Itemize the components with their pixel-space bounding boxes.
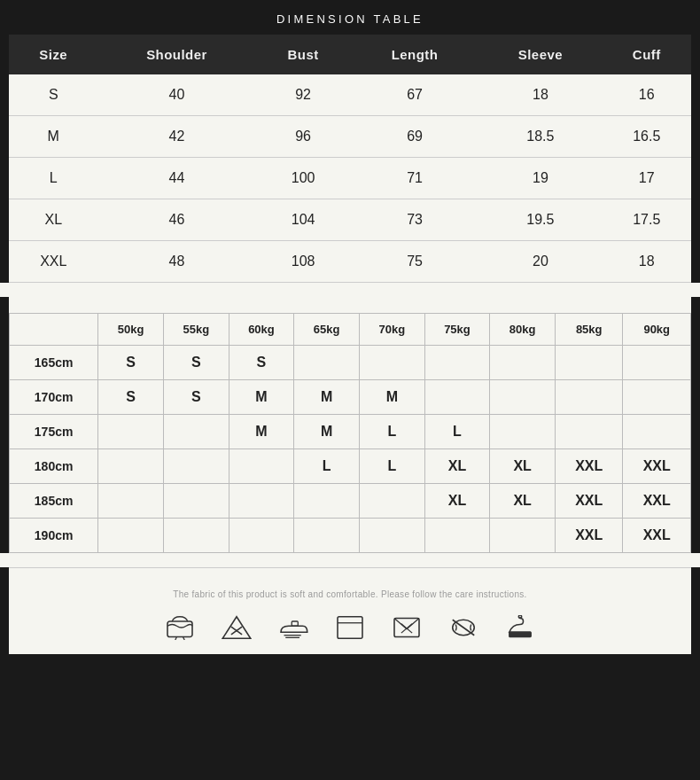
wh-size-cell: XXL [555,519,623,553]
title-text: DIMENSION TABLE [276,12,424,26]
wh-weight-60kg: 60kg [229,314,294,346]
size-table-row: S4092671816 [9,74,691,116]
wh-size-cell [623,346,691,380]
wh-table-row: 190cmXXLXXL [10,519,691,553]
care-icons-row [9,608,691,644]
wh-size-cell: XXL [623,449,691,484]
size-table-row: XL461047319.517.5 [9,199,691,241]
wh-size-cell [229,484,294,519]
col-sleeve: Sleeve [478,35,602,74]
no-wring-icon [447,615,479,640]
cell-cuff: 18 [603,241,691,283]
wash-icon [164,615,196,640]
wh-size-cell: S [98,346,164,380]
wh-size-cell [490,380,556,415]
col-shoulder: Shoulder [98,35,256,74]
wh-size-cell [163,519,229,553]
wh-weight-80kg: 80kg [490,314,556,346]
wh-size-cell [229,519,294,553]
wh-size-cell [294,519,360,553]
wh-size-cell [359,346,424,380]
wh-height-cell: 190cm [10,519,98,553]
wh-size-cell [163,449,229,484]
wh-size-cell [555,346,623,380]
col-cuff: Cuff [603,35,691,74]
wh-table-section: 50kg55kg60kg65kg70kg75kg80kg85kg90kg 165… [9,297,691,553]
wh-size-cell [424,346,490,380]
svg-marker-3 [222,617,251,639]
wh-weight-75kg: 75kg [424,314,490,346]
cell-length: 67 [351,74,478,116]
wh-table-row: 185cmXLXLXXLXXL [10,484,691,519]
wh-size-cell [98,449,164,484]
cell-bust: 92 [255,74,350,116]
svg-rect-9 [338,617,362,639]
wh-weight-65kg: 65kg [294,314,360,346]
wh-table-row: 170cmSSMMM [10,380,691,415]
cell-sleeve: 20 [478,241,602,283]
cell-sleeve: 18.5 [478,116,602,158]
size-table: Size Shoulder Bust Length Sleeve Cuff S4… [9,35,691,283]
wh-size-cell: XL [490,449,556,484]
cell-size: L [9,158,98,199]
wh-size-cell [163,484,229,519]
wh-size-cell: S [163,380,229,415]
wh-table-row: 165cmSSS [10,346,691,380]
wh-size-cell: S [163,346,229,380]
wh-height-cell: 175cm [10,415,98,449]
size-table-row: M42966918.516.5 [9,116,691,158]
wh-height-cell: 185cm [10,484,98,519]
cell-shoulder: 42 [98,116,256,158]
wh-size-cell [229,449,294,484]
wh-size-cell [623,380,691,415]
care-section: The fabric of this product is soft and c… [9,567,691,654]
cell-size: M [9,116,98,158]
wh-weight-85kg: 85kg [555,314,623,346]
size-table-row: L44100711917 [9,158,691,199]
wh-size-cell [98,519,164,553]
wh-height-cell: 165cm [10,346,98,380]
cell-length: 75 [351,241,478,283]
wh-size-cell: L [359,449,424,484]
wh-size-cell [490,415,556,449]
wh-size-cell: L [424,415,490,449]
wh-weight-70kg: 70kg [359,314,424,346]
cell-size: S [9,74,98,116]
wh-size-cell: M [229,380,294,415]
cell-cuff: 16.5 [603,116,691,158]
cell-cuff: 17 [603,158,691,199]
size-table-row: XXL48108752018 [9,241,691,283]
svg-rect-18 [509,632,532,636]
page-title: DIMENSION TABLE [0,0,700,35]
cell-bust: 108 [255,241,350,283]
wh-size-cell [424,380,490,415]
wh-weight-90kg: 90kg [623,314,691,346]
svg-rect-0 [167,621,192,637]
wh-size-cell: M [359,380,424,415]
wh-size-cell: M [229,415,294,449]
wh-size-cell: S [98,380,164,415]
wh-size-cell: L [294,449,360,484]
wh-size-cell [294,484,360,519]
tumble-dry-icon [334,615,366,640]
no-bleach-icon [221,615,253,640]
cell-length: 69 [351,116,478,158]
wh-size-cell: XL [424,484,490,519]
gap [0,283,700,297]
col-bust: Bust [255,35,350,74]
wh-height-cell: 180cm [10,449,98,484]
wh-size-cell [424,519,490,553]
col-length: Length [351,35,478,74]
wh-size-cell: XL [490,484,556,519]
cell-length: 71 [351,158,478,199]
cell-bust: 100 [255,158,350,199]
hang-dry-icon [504,615,536,640]
cell-cuff: 17.5 [603,199,691,241]
main-container: DIMENSION TABLE Size Shoulder Bust Lengt… [0,0,700,654]
cell-bust: 96 [255,116,350,158]
iron-icon [277,615,309,640]
wh-table: 50kg55kg60kg65kg70kg75kg80kg85kg90kg 165… [9,313,691,553]
wh-table-row: 180cmLLXLXLXXLXXL [10,449,691,484]
wh-height-cell: 170cm [10,380,98,415]
wh-size-cell [623,415,691,449]
